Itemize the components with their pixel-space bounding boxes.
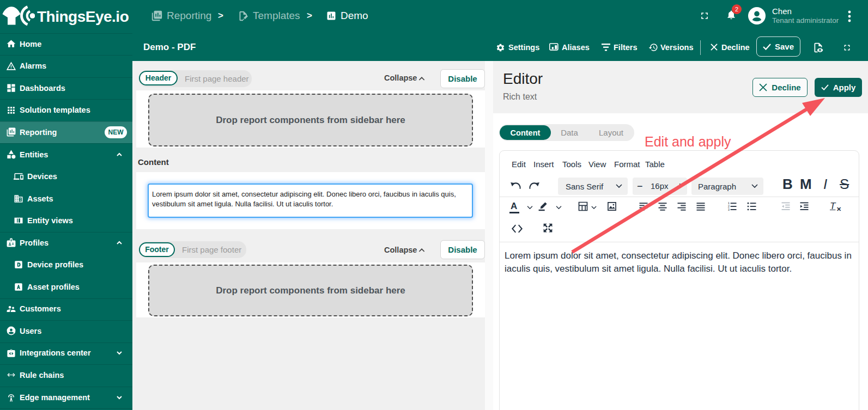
svg-text:3: 3: [728, 208, 730, 211]
